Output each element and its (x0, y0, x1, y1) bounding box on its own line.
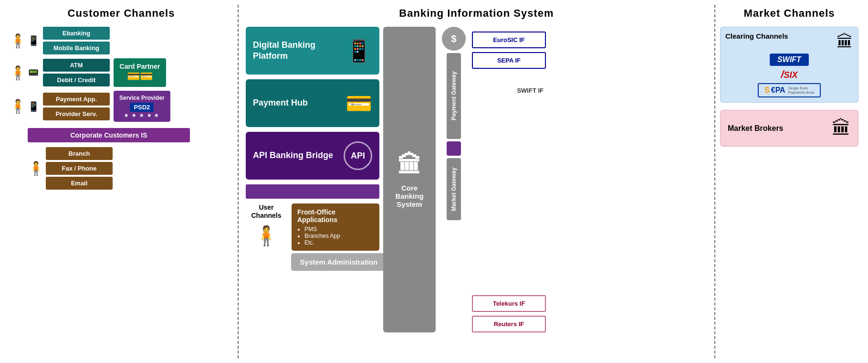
fax-phone-button[interactable]: Fax / Phone (46, 162, 113, 175)
payment-app-row: 🧍 📱 Payment App. Provider Serv. Service … (10, 91, 233, 122)
ebanking-button[interactable]: Ebanking (43, 27, 110, 40)
corp-customers-bar[interactable]: Corporate Customers IS (28, 128, 190, 142)
sepa-logo: S€PA Single EuroPayments Area (758, 83, 821, 97)
telekurs-if-button[interactable]: Telekurs IF (472, 295, 546, 312)
customer-channels-content: 🧍 📱 Ebanking Mobile Banking 🧍 📟 ATM Debi… (10, 27, 233, 190)
bis-panel: Banking Information System Digital Banki… (239, 5, 715, 358)
front-office-item-branches: Branches App (304, 233, 374, 239)
clearing-channels-box: Clearing Channels 🏛 SWIFT /SIX S (720, 27, 858, 103)
provider-serv-button[interactable]: Provider Serv. (43, 107, 110, 120)
atm-button[interactable]: ATM (43, 59, 110, 72)
person-icon-1: 🧍 (10, 33, 24, 49)
user-channels-label: User Channels (246, 203, 287, 220)
branch-buttons: Branch Fax / Phone Email (46, 147, 113, 190)
api-icon: API (344, 141, 372, 170)
card-payment-icon: 💳 (345, 91, 372, 116)
stars-icon: ★ ★ ★ ★ ★ (124, 113, 159, 118)
branch-row: 🧍 Branch Fax / Phone Email (28, 147, 233, 190)
sepa-subtitle: Single EuroPayments Area (788, 86, 814, 95)
card-icon: 💳💳 (127, 70, 153, 83)
market-if-buttons: Telekurs IF Reuters IF (472, 295, 546, 332)
market-channels-content: Clearing Channels 🏛 SWIFT /SIX S (720, 27, 858, 147)
payment-coin-icon: $ (442, 27, 466, 51)
service-provider-box: Service Provider PSD2 ★ ★ ★ ★ ★ (114, 91, 170, 122)
customer-channels-title: Customer Channels (10, 7, 233, 20)
swift-logo: SWIFT (770, 53, 809, 66)
clearing-title: Clearing Channels (725, 32, 788, 40)
sepa-if-button[interactable]: SEPA IF (472, 52, 546, 69)
mobile-banking-button[interactable]: Mobile Banking (43, 42, 110, 54)
payment-gateway-bar: Payment Gateway (447, 53, 461, 139)
market-gateway-label: Market Gateway (450, 167, 457, 211)
market-channels-title: Market Channels (720, 7, 858, 20)
front-office-item-pms: PMS (304, 226, 374, 233)
psd2-label: PSD2 (130, 103, 154, 112)
service-provider-label: Service Provider (119, 95, 165, 101)
sepa-logo-row: S€PA Single EuroPayments Area (725, 83, 853, 97)
clearing-bank-icon: 🏛 (837, 32, 853, 51)
main-layout: Customer Channels 🧍 📱 Ebanking Mobile Ba… (0, 0, 868, 363)
email-button[interactable]: Email (46, 177, 113, 190)
six-logo-row: /SIX (725, 68, 853, 81)
bank-building-icon: 🏛 (397, 151, 421, 179)
user-channels-box: User Channels 🧍 (246, 203, 287, 247)
atm-row: 🧍 📟 ATM Debit / Credit Card Partner 💳💳 (10, 58, 233, 87)
market-brokers-label: Market Brokers (728, 124, 784, 133)
atm-buttons: ATM Debit / Credit (43, 59, 110, 86)
mobile-icon-1: 📱 (28, 35, 39, 46)
digital-banking-block: Digital Banking Platform 📱 (246, 27, 379, 75)
gateway-col: $ Payment Gateway Market Gateway (439, 27, 468, 332)
if-buttons-col: EuroSIC IF SEPA IF SWIFT IF Telekurs IF … (472, 27, 546, 332)
payment-gateway-label: Payment Gateway (450, 72, 457, 121)
bis-bottom-section: User Channels 🧍 Front-Office Application… (246, 203, 379, 251)
swift-purple-connector (447, 141, 461, 156)
digital-banking-label: Digital Banking Platform (253, 40, 345, 62)
bis-title: Banking Information System (246, 7, 707, 20)
front-office-box: Front-Office Applications PMS Branches A… (292, 203, 379, 251)
card-partner-box: Card Partner 💳💳 (114, 58, 166, 87)
mobile-icon-2: 📱 (28, 101, 39, 112)
eurosic-if-button[interactable]: EuroSIC IF (472, 32, 546, 48)
market-brokers-box: Market Brokers 🏛 (720, 110, 858, 147)
market-channels-panel: Market Channels Clearing Channels 🏛 SWIF… (715, 5, 863, 358)
ebanking-buttons: Ebanking Mobile Banking (43, 27, 110, 54)
customer-channels-panel: Customer Channels 🧍 📱 Ebanking Mobile Ba… (5, 5, 239, 358)
front-office-item-etc: Etc. (304, 239, 374, 246)
api-banking-block: API Banking Bridge API (246, 132, 379, 180)
standing-person-icon: 🧍 (254, 224, 278, 247)
person-icon-3: 🧍 (10, 98, 24, 114)
payment-hub-label: Payment Hub (253, 97, 308, 108)
brokers-bank-icon: 🏛 (832, 117, 851, 139)
mobile-phone-icon: 📱 (345, 38, 372, 64)
debit-credit-button[interactable]: Debit / Credit (43, 74, 110, 86)
swift-logo-row: SWIFT (725, 53, 853, 66)
bis-blocks-col: Digital Banking Platform 📱 Payment Hub 💳… (246, 27, 379, 332)
front-office-list: PMS Branches App Etc. (297, 226, 374, 246)
swift-if-label: SWIFT IF (472, 87, 546, 94)
market-gateway-bar: Market Gateway (447, 158, 461, 220)
person-icon-2: 🧍 (10, 65, 24, 81)
card-partner-label: Card Partner (120, 63, 160, 70)
core-banking-label: Core Banking System (388, 184, 431, 208)
payment-hub-block: Payment Hub 💳 (246, 79, 379, 127)
front-office-title: Front-Office Applications (297, 208, 374, 224)
core-banking-col: 🏛 Core Banking System (383, 27, 436, 332)
bis-inner-layout: Digital Banking Platform 📱 Payment Hub 💳… (246, 27, 707, 332)
api-banking-label: API Banking Bridge (253, 150, 333, 161)
swift-if-bar (246, 184, 379, 199)
six-logo: /SIX (781, 68, 797, 81)
payment-app-button[interactable]: Payment App. (43, 93, 110, 106)
reuters-if-button[interactable]: Reuters IF (472, 316, 546, 332)
ebanking-row: 🧍 📱 Ebanking Mobile Banking (10, 27, 233, 54)
system-admin-box: System Administration (291, 253, 387, 271)
payment-app-buttons: Payment App. Provider Serv. (43, 93, 110, 120)
atm-device-icon: 📟 (28, 67, 39, 78)
clearing-logos: SWIFT /SIX S€PA Single EuroPayments Area (725, 53, 853, 97)
branch-button[interactable]: Branch (46, 147, 113, 160)
person-icon-4: 🧍 (28, 160, 42, 176)
clearing-header: Clearing Channels 🏛 (725, 32, 853, 51)
